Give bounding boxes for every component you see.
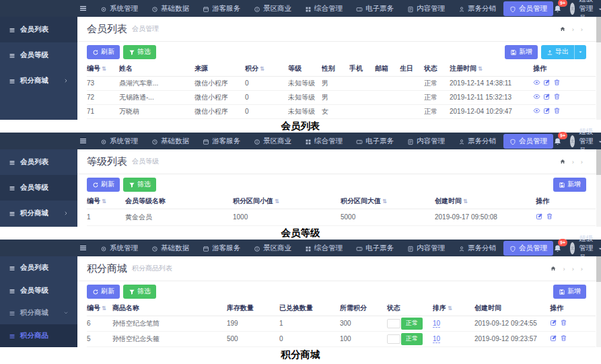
- sort-arrows-icon[interactable]: ⇅: [102, 198, 106, 205]
- edit-icon[interactable]: [536, 213, 543, 220]
- trash-icon[interactable]: [560, 334, 567, 342]
- sidebar-item[interactable]: 会员等级: [0, 175, 77, 201]
- trash-icon[interactable]: [546, 213, 553, 220]
- breadcrumb-item[interactable]: [559, 265, 568, 272]
- column-header-积分区间大值[interactable]: 积分区间大值⇅: [341, 194, 435, 209]
- nav-item[interactable]: 基础数据: [145, 134, 195, 149]
- nav-item[interactable]: 基础数据: [145, 241, 195, 256]
- home-icon[interactable]: [559, 26, 566, 32]
- column-header-创建时间[interactable]: 创建时间⇅: [435, 194, 536, 209]
- nav-item[interactable]: 景区商业: [248, 1, 297, 16]
- refresh-button[interactable]: 刷新: [87, 178, 120, 192]
- eye-icon[interactable]: [533, 107, 540, 114]
- filter-button[interactable]: 筛选: [123, 285, 156, 299]
- status-toggle[interactable]: 正常: [387, 318, 423, 330]
- column-header-积分区间小值[interactable]: 积分区间小值⇅: [233, 194, 341, 209]
- nav-item[interactable]: 会员管理: [503, 241, 553, 256]
- nav-item[interactable]: 票务分销: [452, 241, 502, 256]
- sidebar-item[interactable]: 积分商城: [0, 201, 77, 226]
- nav-item[interactable]: 综合管理: [299, 134, 349, 149]
- scrollbar[interactable]: [596, 256, 601, 347]
- export-dropdown-button[interactable]: [574, 45, 586, 59]
- home-icon[interactable]: [550, 265, 557, 272]
- status-toggle[interactable]: 正常: [387, 333, 423, 345]
- scrollbar-thumb[interactable]: [596, 149, 601, 175]
- column-header-排序[interactable]: 排序⇅: [433, 301, 474, 316]
- hamburger-icon[interactable]: [79, 244, 87, 252]
- nav-item[interactable]: 系统管理: [94, 241, 144, 256]
- nav-item[interactable]: 游客服务: [197, 241, 246, 256]
- notifications-bell-icon[interactable]: 9+: [553, 3, 562, 15]
- trash-icon[interactable]: [553, 93, 561, 100]
- nav-item[interactable]: 景区商业: [248, 241, 297, 256]
- add-button[interactable]: 新增: [553, 178, 586, 192]
- refresh-button[interactable]: 刷新: [87, 45, 120, 59]
- nav-item[interactable]: 电子票务: [350, 1, 400, 16]
- scrollbar[interactable]: [596, 149, 601, 227]
- scrollbar[interactable]: [596, 17, 601, 120]
- scrollbar-thumb[interactable]: [596, 256, 601, 282]
- sidebar-item[interactable]: 会员列表: [0, 256, 77, 279]
- eye-icon[interactable]: [533, 93, 540, 100]
- nav-item[interactable]: 票务分销: [452, 1, 502, 16]
- breadcrumb-item[interactable]: [569, 26, 577, 33]
- breadcrumb-item[interactable]: [569, 158, 577, 166]
- nav-item[interactable]: 系统管理: [94, 1, 144, 16]
- breadcrumb-item[interactable]: [577, 26, 586, 33]
- sort-arrows-icon[interactable]: ⇅: [463, 198, 468, 205]
- column-header-编号[interactable]: 编号⇅: [87, 62, 119, 76]
- sidebar-item[interactable]: 会员列表: [0, 17, 77, 42]
- refresh-button[interactable]: 刷新: [87, 285, 120, 299]
- nav-item[interactable]: 内容管理: [401, 241, 451, 256]
- column-header-注册时间[interactable]: 注册时间⇅: [450, 62, 533, 76]
- nav-item[interactable]: 基础数据: [145, 1, 195, 16]
- column-header-积分[interactable]: 积分⇅: [245, 62, 288, 76]
- nav-item[interactable]: 票务分销: [452, 134, 502, 149]
- sort-arrows-icon[interactable]: ⇅: [102, 65, 106, 72]
- nav-item[interactable]: 会员管理: [503, 134, 553, 149]
- edit-icon[interactable]: [543, 107, 551, 114]
- hamburger-icon[interactable]: [79, 4, 87, 13]
- breadcrumb-item[interactable]: [577, 265, 586, 272]
- sort-arrows-icon[interactable]: ⇅: [478, 65, 483, 72]
- edit-icon[interactable]: [550, 334, 557, 342]
- notifications-bell-icon[interactable]: 9+: [553, 242, 562, 254]
- sidebar-item[interactable]: 会员等级: [0, 279, 77, 302]
- sidebar-item[interactable]: 积分商城: [0, 68, 77, 94]
- column-header-编号[interactable]: 编号⇅: [87, 301, 112, 316]
- sidebar-item[interactable]: 会员等级: [0, 42, 77, 68]
- sort-arrows-icon[interactable]: ⇅: [448, 305, 452, 312]
- filter-button[interactable]: 筛选: [123, 178, 156, 192]
- nav-item[interactable]: 游客服务: [197, 1, 246, 16]
- notifications-bell-icon[interactable]: 9+: [553, 135, 562, 147]
- nav-item[interactable]: 综合管理: [299, 1, 349, 16]
- sort-arrows-icon[interactable]: ⇅: [102, 305, 106, 312]
- sort-arrows-icon[interactable]: ⇅: [260, 65, 264, 72]
- trash-icon[interactable]: [560, 319, 567, 326]
- edit-icon[interactable]: [543, 79, 551, 86]
- sort-edit-link[interactable]: 10: [433, 320, 440, 328]
- nav-item[interactable]: 综合管理: [299, 241, 349, 256]
- edit-icon[interactable]: [543, 93, 551, 100]
- breadcrumb-item[interactable]: [577, 158, 586, 166]
- add-button[interactable]: 新增: [553, 285, 586, 299]
- nav-item[interactable]: 电子票务: [350, 134, 400, 149]
- sort-arrows-icon[interactable]: ⇅: [382, 198, 387, 205]
- nav-item[interactable]: 系统管理: [94, 134, 144, 149]
- nav-item[interactable]: 景区商业: [248, 134, 297, 149]
- sidebar-item[interactable]: 会员列表: [0, 149, 77, 175]
- home-icon[interactable]: [559, 158, 566, 165]
- filter-button[interactable]: 筛选: [123, 45, 156, 59]
- edit-icon[interactable]: [550, 319, 557, 326]
- sort-arrows-icon[interactable]: ⇅: [275, 198, 279, 205]
- trash-icon[interactable]: [553, 107, 561, 114]
- eye-icon[interactable]: [533, 79, 540, 86]
- nav-item[interactable]: 内容管理: [401, 1, 451, 16]
- scrollbar-thumb[interactable]: [596, 17, 601, 42]
- trash-icon[interactable]: [553, 79, 561, 86]
- sort-edit-link[interactable]: 10: [433, 335, 440, 343]
- nav-item[interactable]: 电子票务: [350, 241, 400, 256]
- breadcrumb-item[interactable]: [569, 265, 577, 272]
- export-button[interactable]: 导出: [541, 45, 574, 59]
- nav-item[interactable]: 游客服务: [197, 134, 246, 149]
